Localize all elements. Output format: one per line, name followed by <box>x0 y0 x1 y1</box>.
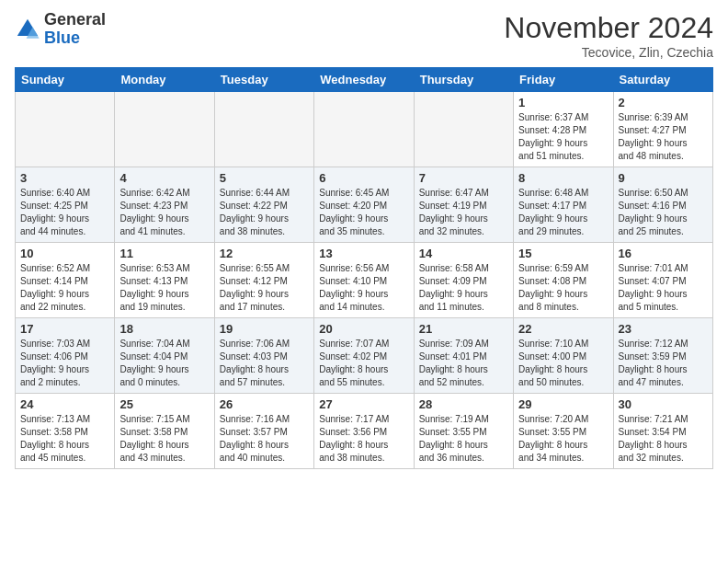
day-info: Sunrise: 6:45 AM Sunset: 4:20 PM Dayligh… <box>319 187 408 238</box>
day-info: Sunrise: 6:39 AM Sunset: 4:27 PM Dayligh… <box>619 111 708 163</box>
table-row: 4Sunrise: 6:42 AM Sunset: 4:23 PM Daylig… <box>115 167 214 243</box>
day-number: 17 <box>20 322 109 336</box>
day-number: 23 <box>619 322 708 336</box>
day-info: Sunrise: 7:07 AM Sunset: 4:02 PM Dayligh… <box>319 338 408 389</box>
table-row: 8Sunrise: 6:48 AM Sunset: 4:17 PM Daylig… <box>514 167 613 243</box>
day-info: Sunrise: 6:55 AM Sunset: 4:12 PM Dayligh… <box>220 262 309 314</box>
day-info: Sunrise: 7:12 AM Sunset: 3:59 PM Dayligh… <box>619 338 708 389</box>
table-row <box>414 92 513 167</box>
table-row: 12Sunrise: 6:55 AM Sunset: 4:12 PM Dayli… <box>214 243 313 318</box>
table-row <box>314 92 414 167</box>
table-row: 18Sunrise: 7:04 AM Sunset: 4:04 PM Dayli… <box>115 318 214 394</box>
day-info: Sunrise: 7:20 AM Sunset: 3:55 PM Dayligh… <box>518 413 608 465</box>
day-info: Sunrise: 6:59 AM Sunset: 4:08 PM Dayligh… <box>518 262 608 314</box>
day-info: Sunrise: 7:17 AM Sunset: 3:56 PM Dayligh… <box>319 413 408 465</box>
day-number: 22 <box>518 322 608 336</box>
table-row: 9Sunrise: 6:50 AM Sunset: 4:16 PM Daylig… <box>613 167 712 243</box>
day-number: 24 <box>20 397 109 411</box>
table-row: 17Sunrise: 7:03 AM Sunset: 4:06 PM Dayli… <box>16 318 115 394</box>
day-number: 7 <box>419 171 508 185</box>
day-number: 15 <box>518 247 608 260</box>
day-info: Sunrise: 6:53 AM Sunset: 4:13 PM Dayligh… <box>119 262 209 314</box>
day-number: 28 <box>419 397 508 411</box>
day-number: 1 <box>518 96 608 109</box>
day-number: 11 <box>119 247 209 260</box>
col-thursday: Thursday <box>414 68 513 92</box>
table-row <box>115 92 214 167</box>
day-info: Sunrise: 6:47 AM Sunset: 4:19 PM Dayligh… <box>419 187 508 238</box>
table-row: 7Sunrise: 6:47 AM Sunset: 4:19 PM Daylig… <box>414 167 513 243</box>
day-number: 19 <box>220 322 309 336</box>
col-tuesday: Tuesday <box>214 68 313 92</box>
day-number: 5 <box>220 171 309 185</box>
day-info: Sunrise: 7:03 AM Sunset: 4:06 PM Dayligh… <box>20 338 109 389</box>
day-number: 21 <box>419 322 508 336</box>
day-number: 12 <box>220 247 309 260</box>
table-row: 3Sunrise: 6:40 AM Sunset: 4:25 PM Daylig… <box>16 167 115 243</box>
calendar-week-row: 17Sunrise: 7:03 AM Sunset: 4:06 PM Dayli… <box>16 318 713 394</box>
table-row: 6Sunrise: 6:45 AM Sunset: 4:20 PM Daylig… <box>314 167 414 243</box>
title-block: November 2024 Tecovice, Zlin, Czechia <box>504 11 713 60</box>
day-info: Sunrise: 6:42 AM Sunset: 4:23 PM Dayligh… <box>119 187 209 238</box>
table-row: 21Sunrise: 7:09 AM Sunset: 4:01 PM Dayli… <box>414 318 513 394</box>
day-number: 20 <box>319 322 408 336</box>
day-number: 8 <box>518 171 608 185</box>
day-info: Sunrise: 7:01 AM Sunset: 4:07 PM Dayligh… <box>619 262 708 314</box>
table-row: 5Sunrise: 6:44 AM Sunset: 4:22 PM Daylig… <box>214 167 313 243</box>
day-info: Sunrise: 7:09 AM Sunset: 4:01 PM Dayligh… <box>419 338 508 389</box>
page-container: General Blue November 2024 Tecovice, Zli… <box>0 0 728 477</box>
day-number: 4 <box>119 171 209 185</box>
day-info: Sunrise: 7:19 AM Sunset: 3:55 PM Dayligh… <box>419 413 508 465</box>
table-row: 26Sunrise: 7:16 AM Sunset: 3:57 PM Dayli… <box>214 394 313 469</box>
day-info: Sunrise: 7:16 AM Sunset: 3:57 PM Dayligh… <box>220 413 309 465</box>
day-info: Sunrise: 6:48 AM Sunset: 4:17 PM Dayligh… <box>518 187 608 238</box>
logo-text: General Blue <box>44 11 106 48</box>
day-info: Sunrise: 7:10 AM Sunset: 4:00 PM Dayligh… <box>518 338 608 389</box>
header: General Blue November 2024 Tecovice, Zli… <box>15 11 713 60</box>
table-row <box>16 92 115 167</box>
day-info: Sunrise: 6:37 AM Sunset: 4:28 PM Dayligh… <box>518 111 608 163</box>
day-number: 14 <box>419 247 508 260</box>
day-info: Sunrise: 7:04 AM Sunset: 4:04 PM Dayligh… <box>119 338 209 389</box>
day-number: 27 <box>319 397 408 411</box>
table-row: 29Sunrise: 7:20 AM Sunset: 3:55 PM Dayli… <box>514 394 613 469</box>
day-info: Sunrise: 6:40 AM Sunset: 4:25 PM Dayligh… <box>20 187 109 238</box>
col-friday: Friday <box>514 68 613 92</box>
day-info: Sunrise: 7:06 AM Sunset: 4:03 PM Dayligh… <box>220 338 309 389</box>
table-row: 22Sunrise: 7:10 AM Sunset: 4:00 PM Dayli… <box>514 318 613 394</box>
day-info: Sunrise: 6:58 AM Sunset: 4:09 PM Dayligh… <box>419 262 508 314</box>
day-number: 16 <box>619 247 708 260</box>
calendar-week-row: 3Sunrise: 6:40 AM Sunset: 4:25 PM Daylig… <box>16 167 713 243</box>
col-wednesday: Wednesday <box>314 68 414 92</box>
day-number: 26 <box>220 397 309 411</box>
calendar-week-row: 24Sunrise: 7:13 AM Sunset: 3:58 PM Dayli… <box>16 394 713 469</box>
table-row: 25Sunrise: 7:15 AM Sunset: 3:58 PM Dayli… <box>115 394 214 469</box>
calendar: Sunday Monday Tuesday Wednesday Thursday… <box>15 67 713 469</box>
day-number: 18 <box>119 322 209 336</box>
table-row: 1Sunrise: 6:37 AM Sunset: 4:28 PM Daylig… <box>514 92 613 167</box>
day-number: 3 <box>20 171 109 185</box>
col-saturday: Saturday <box>613 68 712 92</box>
logo-icon <box>15 17 40 42</box>
day-number: 6 <box>319 171 408 185</box>
calendar-week-row: 10Sunrise: 6:52 AM Sunset: 4:14 PM Dayli… <box>16 243 713 318</box>
table-row: 2Sunrise: 6:39 AM Sunset: 4:27 PM Daylig… <box>613 92 712 167</box>
day-info: Sunrise: 7:21 AM Sunset: 3:54 PM Dayligh… <box>619 413 708 465</box>
location: Tecovice, Zlin, Czechia <box>504 45 713 60</box>
day-info: Sunrise: 7:13 AM Sunset: 3:58 PM Dayligh… <box>20 413 109 465</box>
table-row: 27Sunrise: 7:17 AM Sunset: 3:56 PM Dayli… <box>314 394 414 469</box>
logo-general: General <box>44 11 106 29</box>
day-number: 2 <box>619 96 708 109</box>
table-row: 20Sunrise: 7:07 AM Sunset: 4:02 PM Dayli… <box>314 318 414 394</box>
table-row: 11Sunrise: 6:53 AM Sunset: 4:13 PM Dayli… <box>115 243 214 318</box>
table-row: 10Sunrise: 6:52 AM Sunset: 4:14 PM Dayli… <box>16 243 115 318</box>
table-row: 14Sunrise: 6:58 AM Sunset: 4:09 PM Dayli… <box>414 243 513 318</box>
day-number: 29 <box>518 397 608 411</box>
col-monday: Monday <box>115 68 214 92</box>
day-number: 30 <box>619 397 708 411</box>
day-info: Sunrise: 6:56 AM Sunset: 4:10 PM Dayligh… <box>319 262 408 314</box>
day-info: Sunrise: 6:52 AM Sunset: 4:14 PM Dayligh… <box>20 262 109 314</box>
calendar-header-row: Sunday Monday Tuesday Wednesday Thursday… <box>16 68 713 92</box>
table-row: 15Sunrise: 6:59 AM Sunset: 4:08 PM Dayli… <box>514 243 613 318</box>
day-info: Sunrise: 6:50 AM Sunset: 4:16 PM Dayligh… <box>619 187 708 238</box>
